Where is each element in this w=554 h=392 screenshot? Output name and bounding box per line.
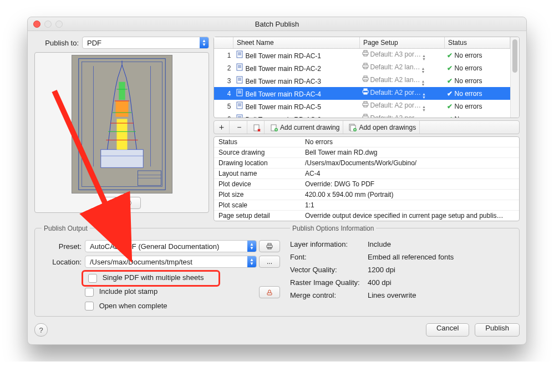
option-value: 400 dpi xyxy=(368,278,392,287)
add-sheet-button[interactable]: ＋ xyxy=(214,121,230,134)
option-value: Embed all referenced fonts xyxy=(368,253,454,261)
preview-box: 〈 〉 xyxy=(34,52,209,213)
open-when-complete-checkbox[interactable]: Open when complete xyxy=(85,302,280,311)
svg-rect-11 xyxy=(119,82,125,100)
publish-options-legend: Publish Options Information xyxy=(290,225,376,232)
checkbox-icon xyxy=(88,274,97,283)
sheet-icon xyxy=(236,114,243,118)
preset-label: Preset: xyxy=(42,242,82,251)
detail-row: Layout nameAC-4 xyxy=(214,169,519,179)
svg-rect-80 xyxy=(267,293,272,295)
check-icon: ✔ xyxy=(447,77,453,85)
option-key: Merge control: xyxy=(290,291,368,299)
page-setup-cell[interactable]: Default: A2 por…▲▼ xyxy=(360,100,445,113)
svg-rect-54 xyxy=(364,105,367,107)
include-stamp-checkbox[interactable]: Include plot stamp xyxy=(85,287,257,297)
svg-rect-9 xyxy=(116,119,127,149)
detail-value: Override output device specified in curr… xyxy=(301,211,519,221)
detail-row: Drawing location/Users/max/Documents/Wor… xyxy=(214,158,519,169)
preview-prev-button[interactable]: 〈 xyxy=(103,197,120,209)
titlebar[interactable]: Batch Publish xyxy=(28,17,526,31)
browse-button[interactable]: ... xyxy=(259,256,280,268)
svg-rect-34 xyxy=(237,77,242,83)
delete-sheet-button[interactable] xyxy=(250,121,265,134)
cancel-button[interactable]: Cancel xyxy=(426,323,469,337)
print-preset-button[interactable] xyxy=(259,240,280,252)
check-icon: ✔ xyxy=(447,64,453,72)
table-row[interactable]: 3 Bell Tower main RD-AC-3 Default: A2 la… xyxy=(214,74,510,87)
page-setup-cell[interactable]: Default: A2 por…▲▼ xyxy=(360,87,445,100)
add-open-drawings-button[interactable]: Add open drawings xyxy=(345,121,420,134)
option-info-row: Font:Embed all referenced fonts xyxy=(290,253,512,261)
table-row[interactable]: 2 Bell Tower main RD-AC-2 Default: A2 la… xyxy=(214,62,510,74)
page-setup-cell[interactable]: Default: A3 por…▲▼ xyxy=(360,49,445,62)
col-page-setup[interactable]: Page Setup xyxy=(360,37,445,49)
status-cell: ✔No errors xyxy=(445,87,510,100)
single-pdf-checkbox[interactable]: Single PDF with multiple sheets xyxy=(85,271,280,285)
stepper-icon: ▲▼ xyxy=(421,67,425,74)
row-index: 4 xyxy=(214,87,233,100)
table-row[interactable]: 6 Bell Tower main RD-AC-6 Default: A2 po… xyxy=(214,113,510,118)
svg-rect-33 xyxy=(364,67,367,69)
add-current-drawing-button[interactable]: Add current drawing xyxy=(267,121,343,134)
dropdown-arrows-icon: ▲▼ xyxy=(200,37,209,48)
option-key: Vector Quality: xyxy=(290,266,368,274)
col-sheet-name[interactable]: Sheet Name xyxy=(233,37,360,49)
table-row[interactable]: 1 Bell Tower main RD-AC-1 Default: A3 po… xyxy=(214,49,510,62)
preset-select[interactable]: AutoCAD PDF (General Documentation) ▲▼ xyxy=(85,240,257,252)
svg-rect-10 xyxy=(115,101,128,117)
option-key: Layer information: xyxy=(290,240,368,248)
check-icon: ✔ xyxy=(447,103,453,110)
window-title: Batch Publish xyxy=(28,20,526,28)
detail-value: 1:1 xyxy=(301,200,519,211)
col-status[interactable]: Status xyxy=(445,37,510,49)
detail-value: Override: DWG To PDF xyxy=(301,179,519,190)
publish-to-select[interactable]: PDF ▲▼ xyxy=(82,37,209,49)
sheet-icon xyxy=(236,76,243,84)
sheet-table[interactable]: Sheet Name Page Setup Status 1 Bell Towe… xyxy=(214,37,520,118)
location-label: Location: xyxy=(42,258,82,266)
detail-row: Page setup detailOverride output device … xyxy=(214,211,519,221)
help-button[interactable]: ? xyxy=(34,323,48,337)
sheet-icon xyxy=(236,50,243,58)
detail-key: Drawing location xyxy=(214,158,301,169)
checkbox-icon xyxy=(85,302,94,310)
sheet-icon xyxy=(236,89,243,96)
toolbar-spacer xyxy=(422,121,519,134)
table-row[interactable]: 5 Bell Tower main RD-AC-5 Default: A2 po… xyxy=(214,100,510,113)
table-scrollbar[interactable] xyxy=(510,37,519,118)
svg-rect-41 xyxy=(237,89,242,96)
detail-row: Plot scale1:1 xyxy=(214,200,519,211)
location-select[interactable]: /Users/max/Documents/tmp/test ▲▼ xyxy=(85,256,257,268)
option-value: Include xyxy=(368,240,391,248)
sheet-toolbar: ＋ － Add current drawing xyxy=(214,120,520,134)
stamp-settings-button[interactable] xyxy=(259,286,280,298)
svg-rect-46 xyxy=(364,89,367,90)
detail-key: Status xyxy=(214,137,301,147)
page-setup-cell[interactable]: Default: A2 lan…▲▼ xyxy=(360,74,445,87)
page-setup-cell[interactable]: Default: A2 lan…▲▼ xyxy=(360,62,445,74)
detail-row: Source drawingBell Tower main RD.dwg xyxy=(214,147,519,158)
preview-next-button[interactable]: 〉 xyxy=(124,197,141,209)
status-cell: ✔No errors xyxy=(445,113,510,118)
publish-output-legend: Publish Output xyxy=(42,225,90,232)
row-index: 1 xyxy=(214,49,233,62)
detail-key: Layout name xyxy=(214,169,301,179)
dropdown-arrows-icon: ▲▼ xyxy=(247,256,256,267)
table-row[interactable]: 4 Bell Tower main RD-AC-4 Default: A2 po… xyxy=(214,87,510,100)
page-setup-cell[interactable]: Default: A2 por…▲▼ xyxy=(360,113,445,118)
sheet-name-cell: Bell Tower main RD-AC-2 xyxy=(233,62,360,74)
sheet-name-cell: Bell Tower main RD-AC-6 xyxy=(233,113,360,118)
option-key: Font: xyxy=(290,253,368,261)
detail-row: Plot deviceOverride: DWG To PDF xyxy=(214,179,519,190)
svg-rect-48 xyxy=(237,102,242,109)
publish-button[interactable]: Publish xyxy=(475,323,520,337)
preview-canvas xyxy=(72,55,172,194)
publish-to-value: PDF xyxy=(87,39,101,47)
remove-sheet-button[interactable]: － xyxy=(232,121,247,134)
check-icon: ✔ xyxy=(447,52,453,59)
option-value: 1200 dpi xyxy=(368,266,395,274)
stepper-icon: ▲▼ xyxy=(422,105,426,112)
detail-row: StatusNo errors xyxy=(214,137,519,147)
svg-rect-7 xyxy=(100,150,143,167)
